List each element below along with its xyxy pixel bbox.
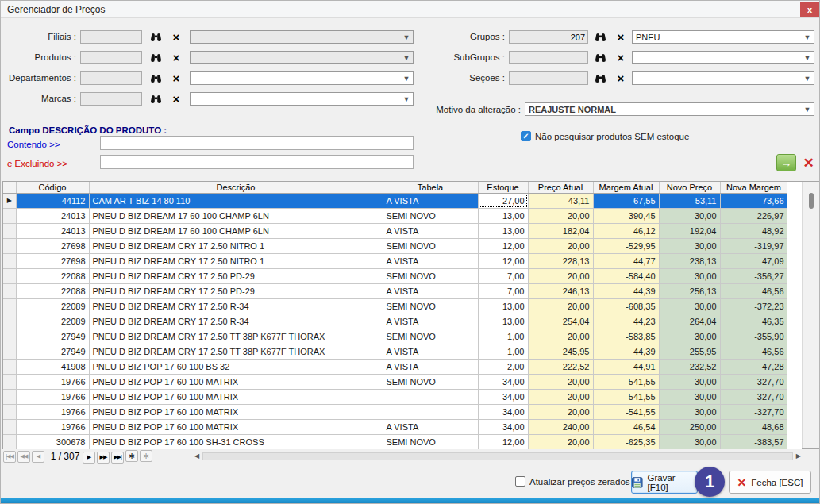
produtos-combo[interactable]: ▼ [190,51,414,64]
table-row[interactable]: ▶44112CAM AR T BIZ 14 80 110A VISTA27,00… [3,193,787,208]
cell-tabela[interactable]: A VISTA [383,193,478,208]
produtos-code-input[interactable] [80,51,142,64]
filiais-code-input[interactable] [80,30,142,44]
cell-codigo[interactable]: 19766 [16,404,89,419]
cell-preco[interactable]: 254,04 [528,314,593,329]
cell-preco[interactable]: 240,00 [528,419,593,434]
cell-tabela[interactable]: A VISTA [383,223,478,238]
grupos-code-input[interactable] [509,30,588,44]
row-selector-cell[interactable] [3,419,16,434]
row-selector-cell[interactable] [3,374,16,389]
cell-desc[interactable]: PNEU D BIZ DREAM CRY 17 2.50 R-34 [89,298,383,314]
table-row[interactable]: 300678PNEU D BIZ POP 17 60 100 SH-31 CRO… [3,434,787,449]
cell-tabela[interactable]: SEMI NOVO [383,434,478,449]
table-row[interactable]: 19766PNEU D BIZ POP 17 60 100 MATRIX34,0… [3,404,787,419]
nav-last-record-button[interactable]: ▶▶| [111,452,124,464]
marcas-clear-icon[interactable]: × [169,92,183,106]
departamentos-code-input[interactable] [80,71,142,85]
row-selector-cell[interactable] [3,329,16,344]
departamentos-search-icon[interactable] [148,71,163,85]
cell-novop[interactable]: 250,00 [659,419,720,434]
column-header-margem[interactable]: Margem Atual [593,182,659,193]
cell-margem[interactable]: 46,54 [593,419,659,434]
departamentos-combo[interactable]: ▼ [190,71,414,85]
cell-tabela[interactable]: SEMI NOVO [383,208,478,223]
table-row[interactable]: 27949PNEU D BIZ DREAM CRY 17 2.50 TT 38P… [3,344,787,359]
marcas-search-icon[interactable] [148,92,163,106]
cell-margem[interactable]: 44,91 [593,359,659,374]
cell-novam[interactable]: -319,97 [720,238,787,253]
checkbox-checked-icon[interactable]: ✓ [521,131,531,141]
table-row[interactable]: 27698PNEU D BIZ DREAM CRY 17 2.50 NITRO … [3,253,787,268]
row-selector-cell[interactable] [3,389,16,404]
current-row-marker-icon[interactable]: ▶ [3,193,16,208]
grupos-search-icon[interactable] [593,30,607,44]
table-row[interactable]: 41908PNEU D BIZ POP 17 60 100 BS 32A VIS… [3,359,787,374]
subgrupos-code-input[interactable] [509,51,588,64]
cell-margem[interactable]: 44,39 [593,283,659,298]
filiais-combo[interactable]: ▼ [190,30,414,44]
cell-codigo[interactable]: 300678 [16,434,89,449]
vertical-scrollbar[interactable] [802,182,819,448]
cell-novop[interactable]: 238,13 [659,253,720,268]
cell-desc[interactable]: PNEU D BIZ DREAM CRY 17 2.50 PD-29 [89,268,383,283]
row-selector-cell[interactable] [3,268,16,283]
column-header-codigo[interactable]: Código [16,182,89,193]
cell-novop[interactable]: 256,13 [659,283,720,298]
cell-preco[interactable]: 20,00 [528,238,593,253]
nav-refresh-alt-button[interactable]: ∗ [140,450,152,462]
cell-tabela[interactable] [383,389,478,404]
row-selector-cell[interactable] [3,404,16,419]
cell-preco[interactable]: 20,00 [528,298,593,314]
nav-first-record-button[interactable]: |◀◀ [3,451,16,463]
cell-estoque[interactable]: 7,00 [478,283,528,298]
cell-tabela[interactable]: SEMI NOVO [383,298,478,314]
cell-preco[interactable]: 20,00 [528,389,593,404]
cell-tabela[interactable]: A VISTA [383,419,478,434]
cell-novop[interactable]: 30,00 [659,208,720,223]
grupos-clear-icon[interactable]: × [614,30,628,44]
row-selector-cell[interactable] [3,359,16,374]
table-row[interactable]: 19766PNEU D BIZ POP 17 60 100 MATRIXA VI… [3,419,787,434]
produtos-clear-icon[interactable]: × [169,51,183,64]
table-row[interactable]: 22088PNEU D BIZ DREAM CRY 17 2.50 PD-29S… [3,268,787,283]
table-row[interactable]: 24013PNEU D BIZ DREAM 17 60 100 CHAMP 6L… [3,208,787,223]
table-row[interactable]: 19766PNEU D BIZ POP 17 60 100 MATRIXSEMI… [3,374,787,389]
cell-codigo[interactable]: 24013 [16,208,89,223]
cell-desc[interactable]: PNEU D BIZ DREAM CRY 17 2.50 TT 38P K677… [89,329,383,344]
gravar-button[interactable]: Gravar [F10] [631,471,698,494]
cell-novop[interactable]: 30,00 [659,389,720,404]
subgrupos-search-icon[interactable] [593,51,607,64]
cell-desc[interactable]: PNEU D BIZ POP 17 60 100 BS 32 [89,359,383,374]
apply-search-button[interactable]: → [776,154,796,171]
cell-novam[interactable]: 48,92 [720,223,787,238]
table-row[interactable]: 27949PNEU D BIZ DREAM CRY 17 2.50 TT 38P… [3,329,787,344]
cell-estoque[interactable]: 13,00 [478,223,528,238]
cell-tabela[interactable]: SEMI NOVO [383,238,478,253]
table-row[interactable]: 19766PNEU D BIZ POP 17 60 100 MATRIX34,0… [3,389,787,404]
cell-tabela[interactable]: SEMI NOVO [383,374,478,389]
cell-tabela[interactable]: SEMI NOVO [383,268,478,283]
cell-estoque[interactable]: 34,00 [478,404,528,419]
filiais-clear-icon[interactable]: × [169,30,183,44]
cell-novam[interactable]: 46,35 [720,314,787,329]
sem-estoque-checkbox-row[interactable]: ✓ Não pesquisar produtos SEM estoque [521,131,689,141]
row-selector-cell[interactable] [3,298,16,314]
cell-estoque[interactable]: 12,00 [478,434,528,449]
cell-novam[interactable]: 48,68 [720,419,787,434]
cell-margem[interactable]: 46,12 [593,223,659,238]
cell-estoque[interactable]: 1,00 [478,344,528,359]
row-selector-cell[interactable] [3,344,16,359]
column-header-tabela[interactable]: Tabela [383,182,478,193]
cell-novop[interactable]: 232,52 [659,359,720,374]
secoes-search-icon[interactable] [593,71,607,85]
column-header-novop[interactable]: Novo Preço [659,182,720,193]
cell-estoque[interactable]: 34,00 [478,419,528,434]
grupos-combo[interactable]: PNEU▼ [632,30,814,44]
cell-novam[interactable]: -327,70 [720,374,787,389]
cell-novop[interactable]: 30,00 [659,404,720,419]
cell-estoque[interactable]: 13,00 [478,314,528,329]
row-selector-cell[interactable] [3,434,16,449]
subgrupos-clear-icon[interactable]: × [614,51,628,64]
cell-estoque[interactable]: 2,00 [478,359,528,374]
